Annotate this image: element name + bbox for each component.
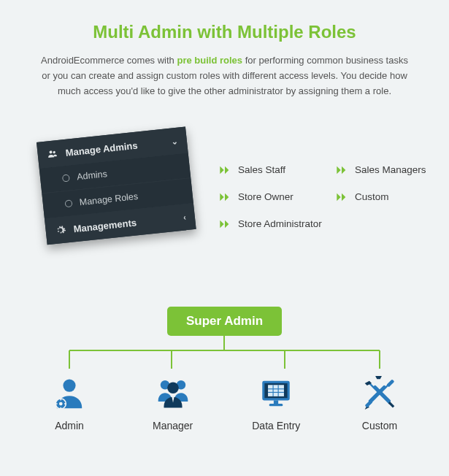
org-leaf-label: Admin bbox=[29, 420, 110, 431]
org-connector bbox=[29, 336, 420, 376]
double-chevron-icon bbox=[336, 165, 348, 175]
sidebar-item-label: Admins bbox=[77, 169, 108, 182]
role-item: Sales Staff bbox=[219, 164, 329, 175]
manager-icon bbox=[133, 373, 213, 414]
svg-point-1 bbox=[53, 151, 55, 154]
svg-point-17 bbox=[167, 382, 179, 394]
org-leaves: Admin Manager Data Entry Custom bbox=[0, 373, 449, 431]
role-label: Custom bbox=[355, 191, 389, 202]
gears-icon bbox=[54, 223, 67, 237]
subtitle-em: pre build roles bbox=[177, 55, 242, 66]
org-chart: Super Admin Admin Manager bbox=[0, 307, 449, 431]
sidebar-item-label: Manage Roles bbox=[79, 191, 139, 207]
svg-rect-20 bbox=[268, 385, 284, 396]
sidebar-footer-label: Managements bbox=[73, 217, 137, 234]
double-chevron-icon bbox=[336, 192, 348, 202]
svg-rect-25 bbox=[274, 400, 278, 404]
role-item: Sales Managers bbox=[336, 164, 445, 175]
org-leaf-admin: Admin bbox=[29, 373, 110, 431]
custom-icon bbox=[339, 373, 420, 414]
data-entry-icon bbox=[236, 373, 316, 414]
circle-icon bbox=[62, 174, 70, 183]
chevron-down-icon: ⌄ bbox=[171, 136, 178, 146]
svg-point-10 bbox=[59, 402, 63, 406]
subtitle: AndroidEcommerce comes with pre build ro… bbox=[0, 42, 449, 99]
role-item: Custom bbox=[336, 191, 445, 202]
org-leaf-label: Manager bbox=[133, 420, 213, 431]
double-chevron-icon bbox=[219, 192, 231, 202]
org-leaf-label: Data Entry bbox=[236, 420, 316, 431]
org-leaf-manager: Manager bbox=[133, 373, 213, 431]
role-label: Sales Managers bbox=[355, 164, 426, 175]
role-label: Store Owner bbox=[238, 191, 293, 202]
sidebar-header-label: Manage Admins bbox=[65, 139, 138, 158]
admin-icon bbox=[29, 373, 110, 414]
org-leaf-label: Custom bbox=[339, 420, 420, 431]
circle-icon bbox=[65, 199, 73, 207]
svg-point-8 bbox=[63, 379, 75, 391]
page-title: Multi Admin with Multiple Roles bbox=[0, 0, 449, 42]
double-chevron-icon bbox=[219, 219, 231, 229]
org-root: Super Admin bbox=[167, 307, 282, 336]
svg-point-0 bbox=[49, 150, 52, 153]
role-item: Store Owner bbox=[219, 191, 329, 202]
double-chevron-icon bbox=[219, 165, 231, 175]
role-label: Store Administrator bbox=[238, 218, 322, 229]
role-label: Sales Staff bbox=[238, 164, 285, 175]
role-item: Store Administrator bbox=[219, 218, 445, 229]
org-leaf-custom: Custom bbox=[339, 373, 420, 431]
org-leaf-data-entry: Data Entry bbox=[236, 373, 316, 431]
chevron-left-icon: ‹ bbox=[183, 212, 187, 221]
users-icon bbox=[46, 147, 59, 161]
svg-rect-26 bbox=[269, 404, 283, 406]
sidebar-mock: Manage Admins ⌄ Admins Manage Roles Mana… bbox=[37, 127, 196, 245]
roles-grid: Sales Staff Sales Managers Store Owner C… bbox=[219, 164, 445, 229]
subtitle-pre: AndroidEcommerce comes with bbox=[41, 55, 177, 66]
